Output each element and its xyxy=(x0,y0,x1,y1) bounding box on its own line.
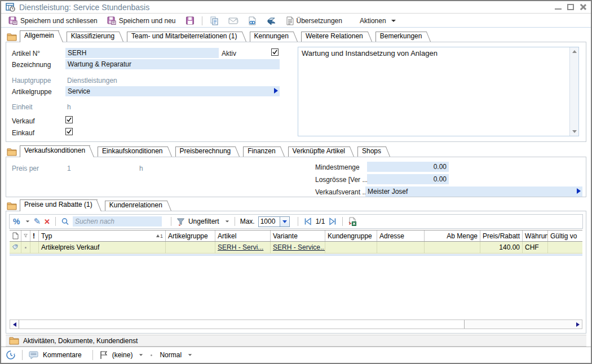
column-header-preis-rabatt[interactable]: Preis/Rabatt xyxy=(480,230,523,241)
save-button[interactable] xyxy=(182,15,198,26)
actions-menu-button[interactable]: Aktionen xyxy=(356,16,400,26)
close-icon[interactable] xyxy=(580,4,586,10)
flag-select[interactable]: (keine) xyxy=(112,351,133,359)
allgemein-panel: Artikel N° SERH Aktiv Bezeichnung Wartun… xyxy=(6,42,586,142)
losgroesse-label: Losgrösse [Ver ... xyxy=(315,176,368,184)
delete-x-icon[interactable]: ✕ xyxy=(44,217,50,226)
tab-klassifizierung[interactable]: Klassifizierung xyxy=(67,32,123,42)
variante-link[interactable]: SERH - Service... xyxy=(273,243,325,251)
verkaufskonditionen-panel: Preis per 1 h Mindestmenge 0.00 Losgröss… xyxy=(6,157,586,197)
column-header-variante[interactable]: Variante xyxy=(271,230,325,241)
column-header-waehrung[interactable]: Währung xyxy=(523,230,548,241)
chevron-down-icon[interactable] xyxy=(26,220,29,222)
statusbar-separator xyxy=(92,350,93,360)
column-header-adresse[interactable]: Adresse xyxy=(377,230,425,241)
table-row[interactable]: Artikelpreis Verkauf SERH - Servi... SER… xyxy=(10,242,582,254)
link-button[interactable] xyxy=(244,15,260,26)
row-exclamation-cell xyxy=(30,242,39,253)
row-marker-cell xyxy=(21,242,30,253)
priority-select[interactable]: Normal xyxy=(160,351,182,359)
column-header-kundengruppe[interactable]: Kundengruppe xyxy=(325,230,377,241)
column-header-artikel[interactable]: Artikel xyxy=(215,230,271,241)
aktivitaeten-panel-header[interactable]: Aktivitäten, Dokumente, Kundendienst xyxy=(6,335,586,347)
lookup-arrow-icon[interactable] xyxy=(274,88,278,94)
memo-scrollbar[interactable] xyxy=(569,47,578,136)
tab-preise-und-rabatte[interactable]: Preise und Rabatte (1) xyxy=(20,199,101,211)
save-new-button[interactable]: Speichern und neu xyxy=(103,15,180,26)
sort-ascending-icon: 1 xyxy=(156,233,163,239)
scroll-down-icon[interactable] xyxy=(571,128,578,135)
artikel-link[interactable]: SERH - Servi... xyxy=(218,243,263,251)
column-header-typ[interactable]: Typ 1 xyxy=(39,230,166,241)
column-header-ab-menge[interactable]: Ab Menge xyxy=(425,230,480,241)
scrollbar-thumb[interactable] xyxy=(19,320,465,329)
tab-allgemein[interactable]: Allgemein xyxy=(20,30,63,42)
beschreibung-textarea[interactable]: Wartung und Instandsetzung von Anlagen xyxy=(298,47,579,136)
excel-export-icon[interactable] xyxy=(348,217,357,226)
preis-per-unit: h xyxy=(139,165,143,172)
verkauf-checkbox[interactable] xyxy=(65,116,73,123)
scroll-left-icon[interactable] xyxy=(10,320,19,329)
verkaufsverantwortlicher-label: Verkaufsverant ... xyxy=(315,188,368,196)
verkaufsverantwortlicher-field[interactable]: Meister Josef xyxy=(365,187,582,197)
row-artikel-cell: SERH - Servi... xyxy=(215,242,271,253)
column-header-artikelgruppe[interactable]: Artikelgruppe xyxy=(166,230,215,241)
tab-shops[interactable]: Shops xyxy=(357,147,390,157)
combo-arrow-icon[interactable] xyxy=(280,217,289,227)
tab-weitere-relationen[interactable]: Weitere Relationen xyxy=(301,32,372,42)
scrollbar-track[interactable] xyxy=(465,320,573,329)
toolbar-separator xyxy=(298,217,298,226)
marker-column-header[interactable] xyxy=(21,230,30,241)
mail-button[interactable] xyxy=(224,16,242,26)
first-page-icon[interactable] xyxy=(303,217,312,225)
search-input[interactable] xyxy=(73,216,162,227)
tab-kundenrelationen[interactable]: Kundenrelationen xyxy=(105,201,171,211)
minimize-icon[interactable] xyxy=(555,5,562,10)
chevron-down-icon[interactable] xyxy=(188,354,192,356)
new-row-indicator[interactable] xyxy=(10,254,582,256)
edit-pencil-icon[interactable]: ✎ xyxy=(33,216,41,227)
scroll-right-icon[interactable] xyxy=(573,320,582,329)
aktiv-checkbox[interactable] xyxy=(271,48,279,56)
copy-button[interactable] xyxy=(206,15,223,26)
toolbar-separator xyxy=(55,217,56,226)
last-page-icon[interactable] xyxy=(328,217,337,225)
tab-verknuepfte-artikel[interactable]: Verknüpfte Artikel xyxy=(288,147,354,157)
percent-button[interactable]: % xyxy=(13,217,20,226)
einkauf-checkbox[interactable] xyxy=(65,128,73,135)
new-record-column-header[interactable] xyxy=(10,230,21,241)
column-header-gueltig-von[interactable]: Gültig vo xyxy=(548,230,582,241)
row-gueltig-von-cell xyxy=(548,242,582,253)
scroll-up-icon[interactable] xyxy=(571,48,578,55)
tab-kennungen[interactable]: Kennungen xyxy=(250,32,298,42)
tab-team-mitarbeiterrelationen[interactable]: Team- und Mitarbeiterrelationen (1) xyxy=(127,32,246,42)
translations-button[interactable]: Übersetzungen xyxy=(282,15,346,26)
artikelgruppe-field[interactable]: Service xyxy=(65,86,280,96)
statusbar-separator xyxy=(22,350,23,360)
tab-preisberechnung[interactable]: Preisberechnung xyxy=(175,147,240,157)
kommentare-button[interactable]: Kommentare xyxy=(43,351,82,359)
maximize-icon[interactable] xyxy=(567,4,574,10)
history-clock-icon[interactable] xyxy=(6,350,16,360)
chevron-down-icon[interactable] xyxy=(225,220,228,222)
mindestmenge-label: Mindestmenge xyxy=(315,163,360,171)
bezeichnung-label: Bezeichnung xyxy=(12,61,51,69)
artikel-nr-field[interactable]: SERH xyxy=(65,48,219,58)
print-button[interactable] xyxy=(262,16,280,26)
chevron-down-icon[interactable] xyxy=(139,354,143,356)
bezeichnung-field[interactable]: Wartung & Reparatur xyxy=(65,59,280,69)
tab-einkaufskonditionen[interactable]: Einkaufskonditionen xyxy=(98,147,171,157)
grid-horizontal-scrollbar[interactable] xyxy=(10,319,582,329)
max-rows-select[interactable]: 1000 xyxy=(258,216,290,227)
row-artikelgruppe-cell xyxy=(166,242,215,253)
save-close-button[interactable]: Speichern und schliessen xyxy=(5,15,101,26)
losgroesse-field[interactable]: 0.00 xyxy=(367,174,449,184)
lookup-arrow-icon[interactable] xyxy=(577,188,581,194)
translations-icon xyxy=(286,16,294,25)
filter-button[interactable]: Ungefiltert xyxy=(188,217,219,225)
tab-verkaufskonditionen[interactable]: Verkaufskonditionen xyxy=(20,145,94,157)
mindestmenge-field[interactable]: 0.00 xyxy=(367,162,449,172)
exclamation-column-header[interactable]: ! xyxy=(30,230,39,241)
tab-finanzen[interactable]: Finanzen xyxy=(243,147,284,157)
tab-bemerkungen[interactable]: Bemerkungen xyxy=(375,32,431,42)
